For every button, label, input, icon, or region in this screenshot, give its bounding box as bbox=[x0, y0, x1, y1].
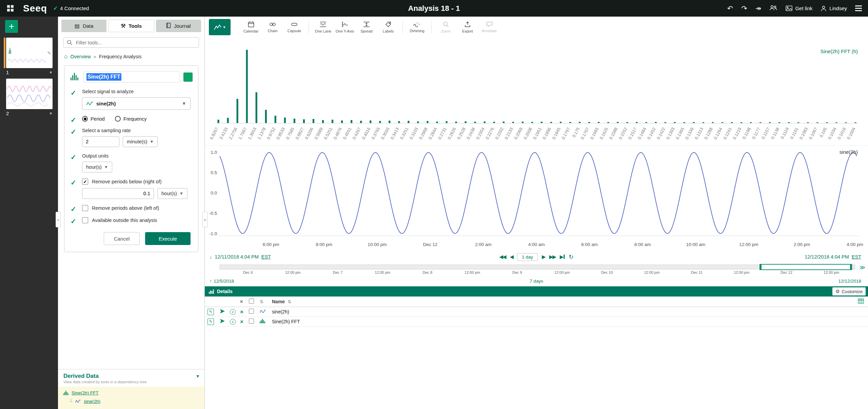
worksheet-1-chevron-icon[interactable]: ▾ bbox=[50, 70, 52, 75]
radio-frequency[interactable]: Frequency bbox=[115, 116, 147, 122]
tab-tools[interactable]: ⚒ Tools bbox=[108, 20, 154, 32]
toolbar-labels-button[interactable]: Labels bbox=[377, 18, 399, 36]
sampling-rate-input[interactable] bbox=[82, 136, 119, 147]
derived-data-header[interactable]: Derived Data ▾ bbox=[58, 373, 204, 380]
breadcrumb-overview[interactable]: Overview bbox=[70, 54, 91, 59]
toolbar-one-y-axis-button[interactable]: One Y-Axis bbox=[334, 18, 356, 36]
timeline-duration[interactable]: 7 days bbox=[530, 279, 543, 284]
item-name[interactable]: sine(2h) bbox=[272, 309, 289, 314]
collapse-worksheets-handle[interactable]: « bbox=[56, 212, 61, 227]
fft-chart-lane[interactable]: 6.82673.41332.27561.70671.36531.13780.97… bbox=[205, 38, 868, 145]
fft-bar-chart[interactable]: 6.82673.41332.27561.70671.36531.13780.97… bbox=[205, 38, 868, 145]
timeline-selection[interactable] bbox=[760, 264, 852, 270]
collapse-tools-handle[interactable]: « bbox=[202, 212, 208, 227]
step-back-fast-icon[interactable]: ◀◀ bbox=[499, 254, 506, 260]
apps-grid-button[interactable] bbox=[3, 2, 17, 15]
row-checkbox[interactable] bbox=[249, 319, 254, 324]
toolbar-dimming-button[interactable]: Dimming bbox=[406, 18, 428, 36]
step-forward-fast-icon[interactable]: ▶▶ bbox=[549, 254, 556, 260]
remove-below-checkbox[interactable] bbox=[82, 179, 88, 185]
range-start[interactable]: ↓ 12/11/2018 4:04 PM EST bbox=[210, 254, 271, 260]
trend-view-button[interactable]: ▾ bbox=[209, 19, 231, 35]
sine-chart-lane[interactable]: 1.00.50.0-0.5-1.06:00 pm8:00 pm10:00 pmD… bbox=[205, 145, 868, 251]
table-row[interactable]: ✎ i × sine(2h) bbox=[205, 307, 868, 317]
edit-item-icon[interactable]: ✎ bbox=[208, 319, 214, 325]
range-start-timezone[interactable]: EST bbox=[261, 254, 271, 260]
info-icon[interactable]: i bbox=[230, 309, 236, 315]
tab-data[interactable]: ▤ Data bbox=[61, 20, 106, 32]
sort-name-icon[interactable]: ⇅ bbox=[288, 299, 291, 304]
toolbar-spread-button[interactable]: Spread bbox=[356, 18, 377, 36]
redo-icon[interactable]: ↷ bbox=[741, 5, 747, 12]
hamburger-menu-icon[interactable] bbox=[855, 5, 862, 11]
send-icon[interactable] bbox=[220, 319, 225, 324]
step-to-end-icon[interactable]: ▶ bbox=[560, 254, 565, 260]
fft-series-label[interactable]: Sine(2h) FFT (h) bbox=[820, 48, 858, 54]
row-checkbox[interactable] bbox=[249, 309, 254, 314]
step-forward-icon[interactable]: ▶ bbox=[542, 254, 545, 260]
timeline-track[interactable] bbox=[220, 265, 855, 269]
tool-color-swatch[interactable] bbox=[183, 73, 193, 82]
range-start-value[interactable]: 12/11/2018 4:04 PM bbox=[215, 254, 259, 260]
home-icon[interactable]: ⌂ bbox=[64, 53, 67, 60]
toolbar-chain-button[interactable]: Chain bbox=[262, 18, 283, 36]
range-end[interactable]: 12/12/2018 4:04 PM EST bbox=[805, 254, 861, 260]
table-columns-icon[interactable] bbox=[858, 299, 864, 305]
worksheet-1-thumbnail[interactable]: ✎ bbox=[6, 38, 53, 68]
toolbar-capsule-button[interactable]: Capsule bbox=[283, 18, 305, 36]
radio-frequency-control[interactable] bbox=[115, 116, 121, 122]
item-name[interactable]: Sine(2h) FFT bbox=[272, 319, 300, 324]
toolbar-calendar-button[interactable]: Calendar bbox=[240, 18, 262, 36]
investigate-start[interactable]: ↑12/5/2018 bbox=[210, 278, 234, 284]
output-unit-select[interactable]: hour(s) ▼ bbox=[82, 162, 112, 172]
timeline-start-date[interactable]: 12/5/2018 bbox=[214, 279, 234, 284]
remove-below-unit-select[interactable]: hour(s) ▼ bbox=[157, 188, 188, 199]
timeline-end-date[interactable]: 12/12/2018 bbox=[838, 279, 861, 284]
toolbar-export-button[interactable]: Export bbox=[457, 18, 478, 36]
remove-below-checkbox-row[interactable]: Remove periods below (right of) bbox=[82, 179, 193, 185]
worksheet-2-chevron-icon[interactable]: ▾ bbox=[50, 111, 52, 116]
available-checkbox-row[interactable]: Available outside this analysis bbox=[82, 217, 193, 223]
connection-status[interactable]: ✓ 4 Connected bbox=[53, 5, 89, 12]
range-end-value[interactable]: 12/12/2018 4:04 PM bbox=[805, 254, 849, 260]
get-link-button[interactable]: Get link bbox=[786, 5, 812, 11]
remove-below-input[interactable] bbox=[82, 188, 154, 199]
filter-tools-input[interactable] bbox=[63, 37, 199, 48]
duration-button[interactable]: 1 day bbox=[517, 253, 538, 261]
worksheet-2-thumbnail[interactable] bbox=[6, 79, 53, 109]
derived-item-sine-link[interactable]: sine(2h) bbox=[84, 399, 100, 404]
edit-worksheet-icon[interactable]: ✎ bbox=[47, 50, 51, 56]
cancel-button[interactable]: Cancel bbox=[104, 232, 140, 245]
remove-above-checkbox-row[interactable]: Remove periods above (left of) bbox=[82, 205, 193, 211]
derived-item-fft-link[interactable]: Sine(2h) FFT bbox=[72, 390, 99, 395]
range-end-timezone[interactable]: EST bbox=[852, 254, 861, 260]
sampling-unit-select[interactable]: minute(s) ▼ bbox=[123, 136, 158, 147]
name-column-header[interactable]: Name bbox=[272, 299, 285, 304]
signal-select[interactable]: sine(2h) ▼ bbox=[82, 97, 191, 110]
tool-name-input[interactable]: Sine(2h) FFT bbox=[83, 71, 180, 83]
sort-type-icon[interactable]: ⇅ bbox=[260, 299, 263, 304]
toolbar-one-lane-button[interactable]: One Lane bbox=[312, 18, 334, 36]
tab-journal[interactable]: Journal bbox=[156, 20, 201, 32]
remove-item-icon[interactable]: × bbox=[240, 309, 243, 315]
send-icon[interactable] bbox=[220, 309, 225, 314]
undo-icon[interactable]: ↶ bbox=[727, 5, 733, 12]
available-checkbox[interactable] bbox=[82, 217, 88, 223]
user-menu[interactable]: Lindsey bbox=[821, 5, 847, 12]
edit-item-icon[interactable]: ✎ bbox=[208, 309, 214, 315]
sine-series-label[interactable]: sine(2h) bbox=[840, 149, 858, 155]
fisheye-toggle-icon[interactable]: ≫ bbox=[859, 264, 865, 271]
radio-period-control[interactable] bbox=[82, 116, 88, 122]
users-icon[interactable] bbox=[769, 5, 777, 12]
remove-item-icon[interactable]: × bbox=[240, 319, 243, 325]
chevron-down-icon[interactable]: ▾ bbox=[196, 373, 199, 379]
refresh-icon[interactable]: ↻ bbox=[569, 253, 573, 261]
radio-period[interactable]: Period bbox=[82, 116, 105, 122]
remove-above-checkbox[interactable] bbox=[82, 205, 88, 211]
execute-button[interactable]: Execute bbox=[145, 232, 191, 245]
info-icon[interactable]: i bbox=[230, 319, 236, 325]
fast-forward-icon[interactable]: ↠ bbox=[755, 5, 762, 12]
remove-all-icon[interactable]: × bbox=[240, 299, 249, 304]
select-all-checkbox[interactable] bbox=[249, 299, 254, 304]
step-back-icon[interactable]: ◀ bbox=[510, 254, 513, 260]
